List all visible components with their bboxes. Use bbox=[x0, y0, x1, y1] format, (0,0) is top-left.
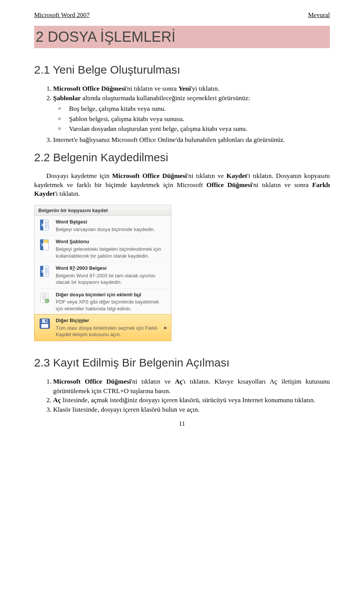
menu-item-find-addins[interactable]: Diğer dosya biçimleri için eklenti bul P… bbox=[35, 288, 171, 315]
sub-3: oVarolan dosyadan oluşturulan yeni belge… bbox=[69, 124, 330, 134]
step1-bold1: Microsoft Office Düğmesi bbox=[53, 85, 126, 92]
page-number: 11 bbox=[34, 420, 330, 428]
section-2-3-title: 2.3 Kayıt Edilmiş Bir Belgenin Açılması bbox=[34, 356, 330, 369]
sub-2: oŞablon belgesi, çalışma kitabı veya sun… bbox=[69, 114, 330, 124]
step2-bold: Şablonlar bbox=[53, 94, 81, 102]
menu-item-title: Diğer dosya biçimleri için eklenti bul bbox=[56, 291, 167, 298]
section-2-2-paragraph: Dosyayı kaydetme için Microsoft Office D… bbox=[34, 171, 330, 198]
chapter-title: 2 DOSYA İŞLEMLERİ bbox=[34, 26, 330, 48]
menu-item-title: Word 97-2003 Belgesi bbox=[56, 265, 167, 272]
menu-item-desc: Belgeyi varsayılan dosya biçiminde kayde… bbox=[56, 226, 167, 233]
menu-item-desc: Belgenin Word 97-2003 ile tam olarak uyu… bbox=[56, 272, 167, 286]
section-2-1-steps: Microsoft Office Düğmesi'ni tıklatın ve … bbox=[34, 84, 330, 144]
menu-item-desc: Tüm olası dosya türlerinden seçmek için … bbox=[56, 325, 162, 338]
menu-item-word-97-2003[interactable]: W Word 97-2003 Belgesi Belgenin Word 97-… bbox=[35, 262, 171, 288]
menu-item-other-formats[interactable]: Diğer Biçimler Tüm olası dosya türlerind… bbox=[34, 314, 171, 341]
word-template-icon: W bbox=[38, 238, 51, 251]
header-left: Microsoft Word 2007 bbox=[34, 11, 90, 19]
s23-step-2: Aç listesinde, açmak istediğiniz dosyayı… bbox=[53, 395, 330, 405]
step-2-subitems: oBoş belge, çalışma kitabı veya sunu. oŞ… bbox=[53, 104, 330, 134]
menu-item-title: Word Belgesi bbox=[56, 219, 167, 225]
menu-item-desc: PDF veya XPS gibi diğer biçimlerde kayde… bbox=[56, 299, 167, 312]
menu-header: Belgenin bir kopyasını kaydet bbox=[35, 205, 171, 216]
word-97-icon: W bbox=[38, 265, 51, 278]
menu-item-word-template[interactable]: W Word Şablonu Belgeyi gelecekteki belge… bbox=[35, 235, 171, 262]
section-2-2-title: 2.2 Belgenin Kaydedilmesi bbox=[34, 151, 330, 164]
chevron-right-icon: ▶ bbox=[162, 326, 167, 330]
step-1: Microsoft Office Düğmesi'ni tıklatın ve … bbox=[53, 84, 330, 93]
section-2-3-steps: Microsoft Office Düğmesi'ni tıklatın ve … bbox=[34, 377, 330, 414]
header-right: Mevural bbox=[308, 11, 330, 19]
svg-text:W: W bbox=[41, 242, 46, 247]
s23-step-1: Microsoft Office Düğmesi'ni tıklatın ve … bbox=[53, 377, 330, 395]
saveas-icon bbox=[38, 317, 51, 330]
section-2-1-title: 2.1 Yeni Belge Oluşturulması bbox=[34, 63, 330, 76]
addin-icon bbox=[38, 291, 51, 304]
s23-step-3: Klasör listesinde, dosyayı içeren klasör… bbox=[53, 405, 330, 414]
step-2: Şablonlar altında oluşturmada kullanabil… bbox=[53, 93, 330, 134]
step1-bold2: Yeni bbox=[178, 85, 191, 92]
menu-item-word-document[interactable]: W Word Belgesi Belgeyi varsayılan dosya … bbox=[35, 216, 171, 235]
menu-item-title: Diğer Biçimler bbox=[56, 317, 162, 324]
svg-rect-15 bbox=[45, 319, 47, 322]
menu-item-title: Word Şablonu bbox=[56, 238, 167, 245]
svg-rect-13 bbox=[41, 324, 48, 328]
step-3: Internet'e bağlıysanız Microsoft Office … bbox=[53, 135, 330, 145]
page-header: Microsoft Word 2007 Mevural bbox=[34, 11, 330, 19]
menu-item-desc: Belgeyi gelecekteki belgeleri biçimlendi… bbox=[56, 246, 167, 259]
word-document-icon: W bbox=[38, 219, 51, 231]
save-as-menu-panel: Belgenin bir kopyasını kaydet W Word Bel… bbox=[34, 205, 171, 341]
sub-1: oBoş belge, çalışma kitabı veya sunu. bbox=[69, 104, 330, 113]
svg-rect-6 bbox=[44, 240, 48, 242]
